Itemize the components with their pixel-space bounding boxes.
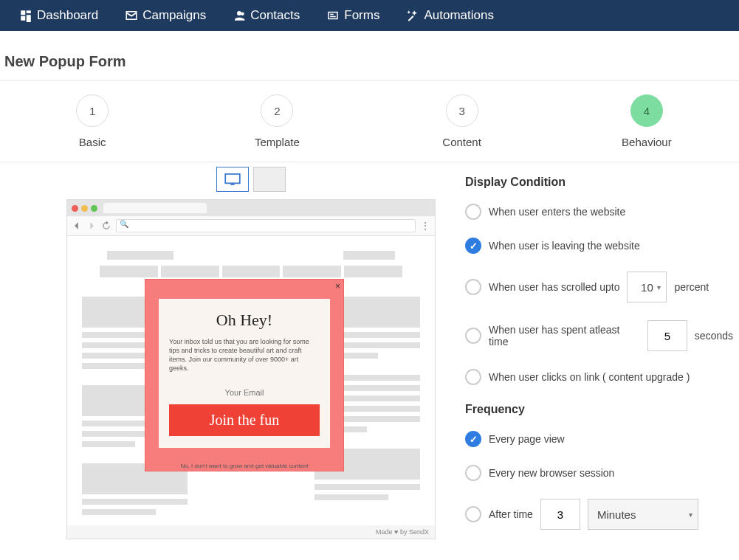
- step-template[interactable]: 2 Template: [185, 94, 369, 148]
- stepper: 1 Basic 2 Template 3 Content 4 Behaviour: [0, 80, 739, 162]
- time-seconds-input[interactable]: [647, 320, 687, 351]
- nav-label: Campaigns: [142, 8, 206, 23]
- cond-label: When user enters the website: [489, 206, 625, 218]
- freq-label: Every page view: [489, 433, 565, 445]
- freq-every-session[interactable]: Every new browser session: [465, 465, 733, 481]
- step-number: 1: [76, 94, 109, 127]
- cond-scroll[interactable]: When user has scrolled upto 10 ▾ percent: [465, 272, 733, 303]
- preview-browser: ⋮: [66, 199, 436, 539]
- step-content[interactable]: 3 Content: [370, 94, 554, 148]
- step-number: 4: [630, 94, 663, 127]
- after-time-unit-select[interactable]: Minutes: [588, 499, 698, 530]
- cond-label: When user is leaving the website: [489, 240, 640, 252]
- popup-email-input[interactable]: Your Email: [169, 388, 320, 397]
- step-label: Template: [255, 136, 300, 148]
- window-min-dot: [81, 205, 88, 212]
- cond-enter[interactable]: When user enters the website: [465, 204, 733, 220]
- reload-icon: [101, 221, 111, 231]
- preview-credit: Made ♥ by SendX: [67, 525, 435, 539]
- nav-campaigns[interactable]: Campaigns: [111, 0, 219, 31]
- nav-label: Dashboard: [37, 8, 98, 23]
- device-desktop-button[interactable]: [216, 167, 249, 192]
- freq-label: Every new browser session: [489, 467, 614, 479]
- radio[interactable]: [465, 465, 481, 481]
- wand-icon: [406, 9, 419, 22]
- device-toggle: [66, 162, 436, 199]
- window-max-dot: [91, 205, 97, 212]
- step-basic[interactable]: 1 Basic: [0, 94, 185, 148]
- popup-title: Oh Hey!: [169, 311, 320, 330]
- popup-preview: × Oh Hey! Your inbox told us that you ar…: [145, 279, 344, 471]
- cond-leave[interactable]: When user is leaving the website: [465, 238, 733, 254]
- window-close-dot: [72, 205, 78, 212]
- cond-link[interactable]: When user clicks on link ( content upgra…: [465, 369, 733, 385]
- radio[interactable]: [465, 238, 481, 254]
- forward-icon: [86, 221, 97, 231]
- cond-label-suffix: percent: [674, 281, 709, 293]
- radio[interactable]: [465, 369, 481, 385]
- desktop-icon: [224, 173, 241, 185]
- close-icon[interactable]: ×: [335, 281, 340, 291]
- nav-forms[interactable]: Forms: [313, 0, 393, 31]
- contacts-icon: [233, 9, 246, 22]
- cond-label-suffix: seconds: [695, 330, 733, 342]
- mail-icon: [125, 9, 138, 22]
- step-number: 2: [261, 94, 293, 127]
- dashboard-icon: [19, 9, 32, 22]
- step-label: Behaviour: [622, 136, 672, 148]
- browser-tab: [103, 203, 207, 213]
- chevron-down-icon: ▾: [689, 511, 692, 519]
- cond-label: When user has spent atleast time: [489, 324, 640, 348]
- nav-dashboard[interactable]: Dashboard: [6, 0, 111, 31]
- step-number: 3: [446, 94, 478, 127]
- radio[interactable]: [465, 328, 481, 344]
- svg-rect-0: [225, 174, 240, 183]
- nav-label: Contacts: [250, 8, 300, 23]
- back-icon: [72, 221, 82, 231]
- display-condition-heading: Display Condition: [465, 176, 733, 189]
- cond-label: When user clicks on link ( content upgra…: [489, 371, 690, 383]
- radio[interactable]: [465, 506, 481, 522]
- chevron-down-icon: ▾: [657, 283, 661, 291]
- radio[interactable]: [465, 279, 481, 295]
- nav-automations[interactable]: Automations: [393, 0, 507, 31]
- popup-text: Your inbox told us that you are looking …: [169, 337, 320, 373]
- frequency-heading: Frequency: [465, 403, 733, 416]
- radio[interactable]: [465, 431, 481, 447]
- nav-label: Automations: [424, 8, 494, 23]
- svg-rect-1: [230, 184, 234, 185]
- popup-submit-button[interactable]: Join the fun: [169, 404, 320, 436]
- step-label: Content: [442, 136, 481, 148]
- menu-icon: ⋮: [420, 220, 430, 232]
- popup-decline[interactable]: No, I don't want to grow and get valuabl…: [145, 463, 343, 469]
- radio[interactable]: [465, 204, 481, 220]
- freq-after-time[interactable]: After time Minutes ▾: [465, 499, 733, 530]
- nav-label: Forms: [344, 8, 379, 23]
- forms-icon: [326, 9, 340, 22]
- freq-label: After time: [489, 508, 533, 520]
- freq-every-view[interactable]: Every page view: [465, 431, 733, 447]
- after-time-input[interactable]: [540, 499, 580, 530]
- cond-label: When user has scrolled upto: [489, 281, 619, 293]
- step-label: Basic: [79, 136, 106, 148]
- address-bar: [116, 219, 416, 232]
- top-nav: Dashboard Campaigns Contacts Forms Autom…: [0, 0, 739, 31]
- page-title: New Popup Form: [0, 31, 739, 80]
- nav-contacts[interactable]: Contacts: [219, 0, 313, 31]
- device-mobile-button[interactable]: [253, 167, 286, 192]
- cond-time[interactable]: When user has spent atleast time seconds: [465, 320, 733, 351]
- step-behaviour[interactable]: 4 Behaviour: [554, 94, 739, 148]
